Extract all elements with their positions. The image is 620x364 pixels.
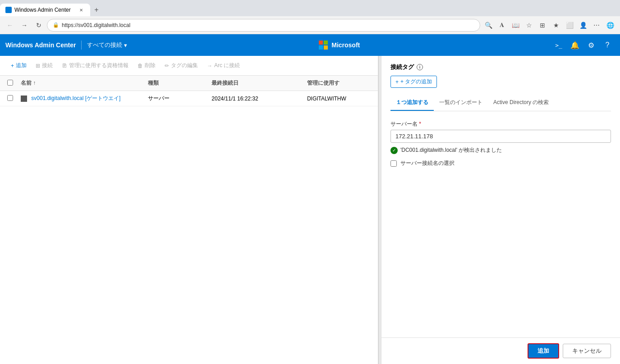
browser-actions: 🔍 𝐀 📖 ☆ ⊞ ★ ⬜ 👤 ⋯ 🌐 xyxy=(482,19,616,32)
row-name: sv001.digitalwith.local [ゲートウエイ] xyxy=(21,95,148,102)
table-header: 名前 ↑ 種類 最終接続日 管理に使用す xyxy=(0,76,378,91)
server-icon xyxy=(21,96,27,102)
credentials-icon: 🖹 xyxy=(62,63,67,69)
refresh-button[interactable]: ↻ xyxy=(32,19,45,32)
add-submit-label: 追加 xyxy=(537,347,549,354)
add-tag-plus-icon: + xyxy=(395,79,399,85)
notifications-button[interactable]: 🔔 xyxy=(568,38,582,52)
validation-message: ✓ 'DC001.digitalwith.local' が検出されました xyxy=(390,146,611,154)
delete-button[interactable]: 🗑 削除 xyxy=(134,59,159,72)
server-name-label: サーバー名 * xyxy=(390,120,611,128)
app-header: Windows Admin Center すべての接続 ▾ Microsoft … xyxy=(0,34,620,56)
row-type: サーバー xyxy=(148,95,211,102)
browser-tab[interactable]: Windows Admin Center ✕ xyxy=(0,4,90,16)
back-button[interactable]: ← xyxy=(4,19,16,32)
col-header-type: 種類 xyxy=(148,79,211,87)
address-bar[interactable]: 🔒 https://sv001.digitalwith.local xyxy=(47,19,480,32)
tab-import-list-label: 一覧のインポート xyxy=(439,99,482,105)
connect-button[interactable]: ⊞ 接続 xyxy=(32,59,56,72)
col-header-mgmt: 管理に使用す xyxy=(307,79,371,87)
lock-icon: 🔒 xyxy=(53,22,59,28)
cancel-button[interactable]: キャンセル xyxy=(563,344,611,358)
tag-edit-label: タグの編集 xyxy=(171,62,198,69)
arc-button[interactable]: → Arc に接続 xyxy=(203,59,243,72)
server-name-checkbox[interactable] xyxy=(390,160,397,167)
connection-tags-section: 接続タグ i xyxy=(390,63,611,71)
row-mgmt: DIGITALWITHW xyxy=(307,96,371,102)
row-date: 2024/11/1 16:22:32 xyxy=(211,96,307,102)
cancel-label: キャンセル xyxy=(572,347,602,354)
browser-tab-bar: Windows Admin Center ✕ + xyxy=(0,0,620,16)
app-title: Windows Admin Center xyxy=(5,41,76,49)
connect-label: 接続 xyxy=(42,62,53,69)
panel-tabs: １つ追加する 一覧のインポート Active Directory の検索 xyxy=(390,95,611,111)
header-checkbox-col xyxy=(7,80,21,87)
tag-edit-button[interactable]: ✏ タグの編集 xyxy=(161,59,202,72)
tab-favicon xyxy=(5,7,12,13)
all-connections-label: すべての接続 xyxy=(87,41,122,49)
forward-button[interactable]: → xyxy=(18,19,31,32)
form-section: サーバー名 * ✓ 'DC001.digitalwith.local' が検出さ… xyxy=(390,120,611,167)
read-mode-button[interactable]: 📖 xyxy=(509,19,522,32)
arc-icon: → xyxy=(207,63,212,69)
profile-button[interactable]: 👤 xyxy=(577,19,589,32)
tab-close-button[interactable]: ✕ xyxy=(78,6,85,14)
arc-label: Arc に接続 xyxy=(214,62,240,69)
microsoft-brand: Microsoft xyxy=(331,41,360,49)
add-tag-button[interactable]: + + タグの追加 xyxy=(390,76,437,88)
col-header-name[interactable]: 名前 ↑ xyxy=(21,79,148,87)
collections-button[interactable]: ⬜ xyxy=(563,19,576,32)
required-indicator: * xyxy=(419,121,421,127)
credentials-label: 管理に使用する資格情報 xyxy=(69,62,129,69)
tab-import-list[interactable]: 一覧のインポート xyxy=(434,95,488,111)
table-row: sv001.digitalwith.local [ゲートウエイ] サーバー 20… xyxy=(0,91,378,106)
right-panel-content: 接続タグ i + + タグの追加 １つ追加する 一覧のインポート Active … xyxy=(381,56,620,337)
header-right-actions: >_ 🔔 ⚙ ? xyxy=(551,38,615,52)
settings-button[interactable]: ⚙ xyxy=(584,38,598,52)
chevron-down-icon: ▾ xyxy=(124,42,127,49)
connect-icon: ⊞ xyxy=(36,63,40,69)
left-panel: + 追加 ⊞ 接続 🖹 管理に使用する資格情報 🗑 削除 ✏ タグの編集 → A xyxy=(0,56,378,364)
tab-ad-search[interactable]: Active Directory の検索 xyxy=(488,95,554,111)
toolbar: + 追加 ⊞ 接続 🖹 管理に使用する資格情報 🗑 削除 ✏ タグの編集 → A xyxy=(0,56,378,76)
credentials-button[interactable]: 🖹 管理に使用する資格情報 xyxy=(58,59,132,72)
server-name-checkbox-label: サーバー接続名の選択 xyxy=(400,159,455,167)
edge-icon: 🌐 xyxy=(604,19,616,32)
url-text: https://sv001.digitalwith.local xyxy=(62,22,130,28)
more-button[interactable]: ⋯ xyxy=(590,19,603,32)
panel-footer: 追加 キャンセル xyxy=(381,337,620,364)
add-icon: + xyxy=(11,63,14,69)
read-aloud-button[interactable]: 𝐀 xyxy=(496,19,508,32)
favorites-button[interactable]: ☆ xyxy=(523,19,535,32)
browser-nav: ← → ↻ 🔒 https://sv001.digitalwith.local … xyxy=(0,16,620,34)
split-screen-button[interactable]: ⊞ xyxy=(536,19,549,32)
header-divider xyxy=(81,41,82,50)
help-button[interactable]: ? xyxy=(600,38,615,52)
search-button[interactable]: 🔍 xyxy=(482,19,495,32)
tab-title: Windows Admin Center xyxy=(14,7,71,13)
tab-add-one[interactable]: １つ追加する xyxy=(390,95,434,111)
connection-tags-title: 接続タグ xyxy=(390,63,414,71)
tag-icon: ✏ xyxy=(165,63,169,69)
add-submit-button[interactable]: 追加 xyxy=(528,343,559,359)
server-link[interactable]: sv001.digitalwith.local [ゲートウエイ] xyxy=(31,95,120,101)
main-layout: + 追加 ⊞ 接続 🖹 管理に使用する資格情報 🗑 削除 ✏ タグの編集 → A xyxy=(0,56,620,364)
microsoft-logo xyxy=(319,41,328,50)
server-name-selection-row: サーバー接続名の選択 xyxy=(390,159,611,167)
row-select-checkbox[interactable] xyxy=(7,95,13,101)
add-tag-label: + タグの追加 xyxy=(400,78,432,86)
bookmarks-button[interactable]: ★ xyxy=(550,19,562,32)
check-circle-icon: ✓ xyxy=(390,147,398,154)
select-all-checkbox[interactable] xyxy=(7,80,13,86)
delete-label: 削除 xyxy=(145,62,156,69)
add-label: 追加 xyxy=(16,62,27,69)
row-checkbox xyxy=(7,95,21,102)
new-tab-button[interactable]: + xyxy=(90,4,103,16)
all-connections-button[interactable]: すべての接続 ▾ xyxy=(87,41,127,49)
col-header-date: 最終接続日 xyxy=(211,79,307,87)
server-name-input[interactable] xyxy=(390,130,611,143)
info-icon[interactable]: i xyxy=(417,64,423,70)
terminal-button[interactable]: >_ xyxy=(551,38,566,52)
tab-add-one-label: １つ追加する xyxy=(396,99,428,105)
add-button[interactable]: + 追加 xyxy=(7,59,30,72)
